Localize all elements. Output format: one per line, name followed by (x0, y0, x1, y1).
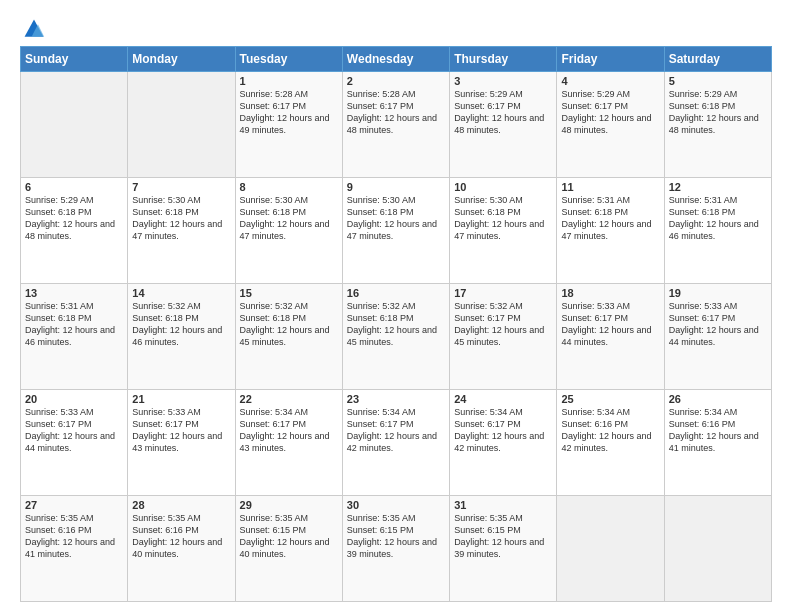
day-number: 5 (669, 75, 767, 87)
day-number: 15 (240, 287, 338, 299)
day-info: Sunrise: 5:29 AM Sunset: 6:18 PM Dayligh… (669, 88, 767, 137)
day-number: 19 (669, 287, 767, 299)
calendar-cell: 7Sunrise: 5:30 AM Sunset: 6:18 PM Daylig… (128, 178, 235, 284)
day-header-sunday: Sunday (21, 47, 128, 72)
day-info: Sunrise: 5:32 AM Sunset: 6:18 PM Dayligh… (132, 300, 230, 349)
day-info: Sunrise: 5:32 AM Sunset: 6:18 PM Dayligh… (347, 300, 445, 349)
day-info: Sunrise: 5:29 AM Sunset: 6:18 PM Dayligh… (25, 194, 123, 243)
calendar-cell: 24Sunrise: 5:34 AM Sunset: 6:17 PM Dayli… (450, 390, 557, 496)
day-number: 9 (347, 181, 445, 193)
day-number: 22 (240, 393, 338, 405)
calendar-cell: 3Sunrise: 5:29 AM Sunset: 6:17 PM Daylig… (450, 72, 557, 178)
day-header-friday: Friday (557, 47, 664, 72)
calendar-cell: 23Sunrise: 5:34 AM Sunset: 6:17 PM Dayli… (342, 390, 449, 496)
day-info: Sunrise: 5:31 AM Sunset: 6:18 PM Dayligh… (561, 194, 659, 243)
day-number: 8 (240, 181, 338, 193)
day-number: 18 (561, 287, 659, 299)
calendar-cell: 9Sunrise: 5:30 AM Sunset: 6:18 PM Daylig… (342, 178, 449, 284)
calendar-cell: 31Sunrise: 5:35 AM Sunset: 6:15 PM Dayli… (450, 496, 557, 602)
calendar-cell: 18Sunrise: 5:33 AM Sunset: 6:17 PM Dayli… (557, 284, 664, 390)
day-number: 26 (669, 393, 767, 405)
day-info: Sunrise: 5:29 AM Sunset: 6:17 PM Dayligh… (561, 88, 659, 137)
day-info: Sunrise: 5:35 AM Sunset: 6:15 PM Dayligh… (240, 512, 338, 561)
day-number: 28 (132, 499, 230, 511)
day-number: 20 (25, 393, 123, 405)
day-number: 10 (454, 181, 552, 193)
calendar-table: SundayMondayTuesdayWednesdayThursdayFrid… (20, 46, 772, 602)
calendar-cell: 10Sunrise: 5:30 AM Sunset: 6:18 PM Dayli… (450, 178, 557, 284)
calendar-cell: 5Sunrise: 5:29 AM Sunset: 6:18 PM Daylig… (664, 72, 771, 178)
calendar-cell: 1Sunrise: 5:28 AM Sunset: 6:17 PM Daylig… (235, 72, 342, 178)
calendar-cell: 13Sunrise: 5:31 AM Sunset: 6:18 PM Dayli… (21, 284, 128, 390)
day-number: 12 (669, 181, 767, 193)
calendar-cell (128, 72, 235, 178)
calendar-cell: 15Sunrise: 5:32 AM Sunset: 6:18 PM Dayli… (235, 284, 342, 390)
calendar-cell: 8Sunrise: 5:30 AM Sunset: 6:18 PM Daylig… (235, 178, 342, 284)
calendar-cell: 20Sunrise: 5:33 AM Sunset: 6:17 PM Dayli… (21, 390, 128, 496)
logo (20, 18, 45, 40)
day-info: Sunrise: 5:30 AM Sunset: 6:18 PM Dayligh… (454, 194, 552, 243)
calendar-cell: 22Sunrise: 5:34 AM Sunset: 6:17 PM Dayli… (235, 390, 342, 496)
day-info: Sunrise: 5:32 AM Sunset: 6:18 PM Dayligh… (240, 300, 338, 349)
calendar-week-row: 20Sunrise: 5:33 AM Sunset: 6:17 PM Dayli… (21, 390, 772, 496)
day-number: 4 (561, 75, 659, 87)
day-info: Sunrise: 5:34 AM Sunset: 6:17 PM Dayligh… (347, 406, 445, 455)
calendar-week-row: 1Sunrise: 5:28 AM Sunset: 6:17 PM Daylig… (21, 72, 772, 178)
day-number: 16 (347, 287, 445, 299)
calendar-cell: 29Sunrise: 5:35 AM Sunset: 6:15 PM Dayli… (235, 496, 342, 602)
day-info: Sunrise: 5:28 AM Sunset: 6:17 PM Dayligh… (240, 88, 338, 137)
calendar-cell (21, 72, 128, 178)
calendar-cell: 30Sunrise: 5:35 AM Sunset: 6:15 PM Dayli… (342, 496, 449, 602)
day-info: Sunrise: 5:30 AM Sunset: 6:18 PM Dayligh… (132, 194, 230, 243)
day-info: Sunrise: 5:34 AM Sunset: 6:17 PM Dayligh… (454, 406, 552, 455)
day-number: 27 (25, 499, 123, 511)
day-info: Sunrise: 5:33 AM Sunset: 6:17 PM Dayligh… (561, 300, 659, 349)
day-info: Sunrise: 5:30 AM Sunset: 6:18 PM Dayligh… (240, 194, 338, 243)
day-number: 13 (25, 287, 123, 299)
calendar-cell (664, 496, 771, 602)
day-info: Sunrise: 5:33 AM Sunset: 6:17 PM Dayligh… (669, 300, 767, 349)
day-number: 14 (132, 287, 230, 299)
logo-icon (23, 18, 45, 40)
day-number: 1 (240, 75, 338, 87)
calendar-cell: 26Sunrise: 5:34 AM Sunset: 6:16 PM Dayli… (664, 390, 771, 496)
day-info: Sunrise: 5:35 AM Sunset: 6:15 PM Dayligh… (347, 512, 445, 561)
day-info: Sunrise: 5:32 AM Sunset: 6:17 PM Dayligh… (454, 300, 552, 349)
day-number: 11 (561, 181, 659, 193)
day-info: Sunrise: 5:33 AM Sunset: 6:17 PM Dayligh… (25, 406, 123, 455)
day-number: 25 (561, 393, 659, 405)
day-info: Sunrise: 5:34 AM Sunset: 6:17 PM Dayligh… (240, 406, 338, 455)
calendar-cell: 25Sunrise: 5:34 AM Sunset: 6:16 PM Dayli… (557, 390, 664, 496)
calendar-page: SundayMondayTuesdayWednesdayThursdayFrid… (0, 0, 792, 612)
calendar-cell: 19Sunrise: 5:33 AM Sunset: 6:17 PM Dayli… (664, 284, 771, 390)
day-number: 17 (454, 287, 552, 299)
calendar-cell: 6Sunrise: 5:29 AM Sunset: 6:18 PM Daylig… (21, 178, 128, 284)
day-header-thursday: Thursday (450, 47, 557, 72)
day-number: 2 (347, 75, 445, 87)
calendar-cell: 2Sunrise: 5:28 AM Sunset: 6:17 PM Daylig… (342, 72, 449, 178)
day-number: 29 (240, 499, 338, 511)
day-number: 6 (25, 181, 123, 193)
day-header-tuesday: Tuesday (235, 47, 342, 72)
day-header-monday: Monday (128, 47, 235, 72)
calendar-cell: 4Sunrise: 5:29 AM Sunset: 6:17 PM Daylig… (557, 72, 664, 178)
calendar-cell: 16Sunrise: 5:32 AM Sunset: 6:18 PM Dayli… (342, 284, 449, 390)
calendar-cell (557, 496, 664, 602)
calendar-cell: 14Sunrise: 5:32 AM Sunset: 6:18 PM Dayli… (128, 284, 235, 390)
day-info: Sunrise: 5:30 AM Sunset: 6:18 PM Dayligh… (347, 194, 445, 243)
day-info: Sunrise: 5:31 AM Sunset: 6:18 PM Dayligh… (25, 300, 123, 349)
calendar-cell: 12Sunrise: 5:31 AM Sunset: 6:18 PM Dayli… (664, 178, 771, 284)
day-number: 23 (347, 393, 445, 405)
day-number: 3 (454, 75, 552, 87)
day-info: Sunrise: 5:33 AM Sunset: 6:17 PM Dayligh… (132, 406, 230, 455)
calendar-cell: 17Sunrise: 5:32 AM Sunset: 6:17 PM Dayli… (450, 284, 557, 390)
day-number: 7 (132, 181, 230, 193)
day-info: Sunrise: 5:28 AM Sunset: 6:17 PM Dayligh… (347, 88, 445, 137)
day-number: 21 (132, 393, 230, 405)
calendar-cell: 11Sunrise: 5:31 AM Sunset: 6:18 PM Dayli… (557, 178, 664, 284)
day-info: Sunrise: 5:29 AM Sunset: 6:17 PM Dayligh… (454, 88, 552, 137)
day-info: Sunrise: 5:34 AM Sunset: 6:16 PM Dayligh… (561, 406, 659, 455)
day-info: Sunrise: 5:35 AM Sunset: 6:15 PM Dayligh… (454, 512, 552, 561)
calendar-week-row: 13Sunrise: 5:31 AM Sunset: 6:18 PM Dayli… (21, 284, 772, 390)
day-number: 31 (454, 499, 552, 511)
